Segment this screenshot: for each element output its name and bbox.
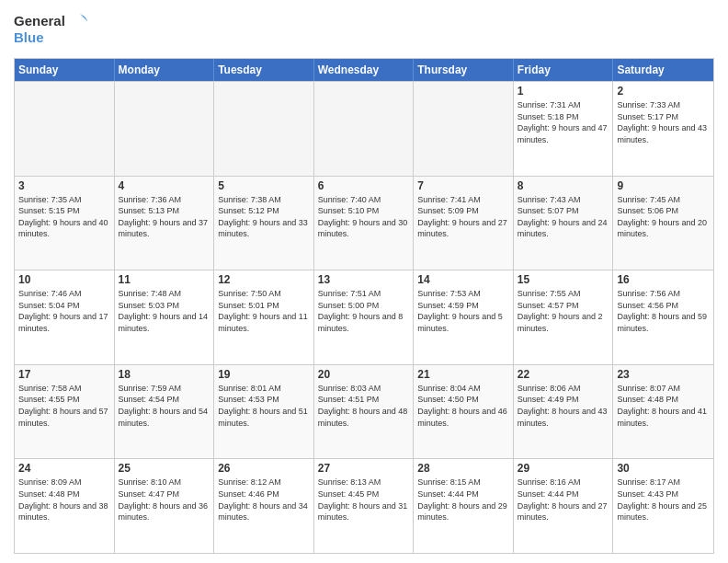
day-info: Sunrise: 8:09 AM Sunset: 4:48 PM Dayligh… bbox=[18, 477, 110, 523]
day-number: 23 bbox=[617, 368, 710, 381]
day-number: 10 bbox=[18, 273, 110, 286]
day-number: 4 bbox=[119, 179, 210, 192]
calendar-cell-1-0: 3Sunrise: 7:35 AM Sunset: 5:15 PM Daylig… bbox=[15, 177, 115, 270]
header-tuesday: Tuesday bbox=[214, 59, 314, 81]
calendar-cell-0-1 bbox=[115, 82, 215, 176]
day-number: 11 bbox=[119, 273, 210, 286]
calendar-cell-3-3: 20Sunrise: 8:03 AM Sunset: 4:51 PM Dayli… bbox=[314, 365, 415, 459]
day-info: Sunrise: 7:59 AM Sunset: 4:54 PM Dayligh… bbox=[119, 383, 210, 429]
calendar-cell-2-1: 11Sunrise: 7:48 AM Sunset: 5:03 PM Dayli… bbox=[115, 270, 215, 364]
calendar-cell-1-5: 8Sunrise: 7:43 AM Sunset: 5:07 PM Daylig… bbox=[514, 177, 614, 270]
day-number: 20 bbox=[318, 368, 410, 381]
day-info: Sunrise: 7:56 AM Sunset: 4:56 PM Dayligh… bbox=[617, 288, 710, 334]
day-info: Sunrise: 7:36 AM Sunset: 5:13 PM Dayligh… bbox=[119, 194, 210, 240]
day-info: Sunrise: 7:45 AM Sunset: 5:06 PM Dayligh… bbox=[617, 194, 710, 240]
calendar-header: SundayMondayTuesdayWednesdayThursdayFrid… bbox=[15, 59, 713, 81]
calendar-cell-4-2: 26Sunrise: 8:12 AM Sunset: 4:46 PM Dayli… bbox=[214, 459, 314, 553]
day-info: Sunrise: 7:31 AM Sunset: 5:18 PM Dayligh… bbox=[518, 99, 609, 145]
calendar-cell-2-3: 13Sunrise: 7:51 AM Sunset: 5:00 PM Dayli… bbox=[314, 270, 415, 364]
calendar-body: 1Sunrise: 7:31 AM Sunset: 5:18 PM Daylig… bbox=[15, 81, 713, 553]
calendar-cell-1-1: 4Sunrise: 7:36 AM Sunset: 5:13 PM Daylig… bbox=[115, 177, 215, 270]
calendar-row-4: 24Sunrise: 8:09 AM Sunset: 4:48 PM Dayli… bbox=[15, 458, 713, 553]
calendar-row-1: 3Sunrise: 7:35 AM Sunset: 5:15 PM Daylig… bbox=[15, 176, 713, 270]
day-number: 15 bbox=[518, 273, 609, 286]
day-number: 16 bbox=[617, 273, 710, 286]
day-number: 25 bbox=[119, 462, 210, 475]
calendar-cell-3-2: 19Sunrise: 8:01 AM Sunset: 4:53 PM Dayli… bbox=[214, 365, 314, 459]
day-number: 22 bbox=[518, 368, 609, 381]
calendar-cell-4-0: 24Sunrise: 8:09 AM Sunset: 4:48 PM Dayli… bbox=[15, 459, 115, 553]
day-info: Sunrise: 8:17 AM Sunset: 4:43 PM Dayligh… bbox=[617, 477, 710, 523]
day-number: 17 bbox=[18, 368, 110, 381]
header-saturday: Saturday bbox=[613, 59, 713, 81]
day-number: 9 bbox=[617, 179, 710, 192]
day-number: 7 bbox=[417, 179, 509, 192]
calendar-cell-1-3: 6Sunrise: 7:40 AM Sunset: 5:10 PM Daylig… bbox=[314, 177, 415, 270]
calendar-row-2: 10Sunrise: 7:46 AM Sunset: 5:04 PM Dayli… bbox=[15, 270, 713, 364]
day-info: Sunrise: 7:35 AM Sunset: 5:15 PM Dayligh… bbox=[18, 194, 110, 240]
day-info: Sunrise: 7:33 AM Sunset: 5:17 PM Dayligh… bbox=[617, 99, 710, 145]
calendar-cell-1-6: 9Sunrise: 7:45 AM Sunset: 5:06 PM Daylig… bbox=[613, 177, 713, 270]
day-info: Sunrise: 7:43 AM Sunset: 5:07 PM Dayligh… bbox=[518, 194, 609, 240]
calendar-cell-0-3 bbox=[314, 82, 415, 176]
calendar-cell-4-1: 25Sunrise: 8:10 AM Sunset: 4:47 PM Dayli… bbox=[115, 459, 215, 553]
calendar-row-3: 17Sunrise: 7:58 AM Sunset: 4:55 PM Dayli… bbox=[15, 364, 713, 459]
calendar-cell-3-6: 23Sunrise: 8:07 AM Sunset: 4:48 PM Dayli… bbox=[613, 365, 713, 459]
svg-text:Blue: Blue bbox=[14, 29, 44, 45]
calendar-cell-3-4: 21Sunrise: 8:04 AM Sunset: 4:50 PM Dayli… bbox=[414, 365, 514, 459]
calendar-cell-1-2: 5Sunrise: 7:38 AM Sunset: 5:12 PM Daylig… bbox=[214, 177, 314, 270]
day-info: Sunrise: 8:10 AM Sunset: 4:47 PM Dayligh… bbox=[119, 477, 210, 523]
day-info: Sunrise: 8:01 AM Sunset: 4:53 PM Dayligh… bbox=[218, 383, 310, 429]
logo-svg: General Blue bbox=[14, 9, 87, 51]
calendar-cell-2-2: 12Sunrise: 7:50 AM Sunset: 5:01 PM Dayli… bbox=[214, 270, 314, 364]
calendar-cell-4-5: 29Sunrise: 8:16 AM Sunset: 4:44 PM Dayli… bbox=[514, 459, 614, 553]
calendar-cell-0-0 bbox=[15, 82, 115, 176]
header-friday: Friday bbox=[514, 59, 614, 81]
day-info: Sunrise: 8:12 AM Sunset: 4:46 PM Dayligh… bbox=[218, 477, 310, 523]
day-info: Sunrise: 7:55 AM Sunset: 4:57 PM Dayligh… bbox=[518, 288, 609, 334]
day-info: Sunrise: 8:06 AM Sunset: 4:49 PM Dayligh… bbox=[518, 383, 609, 429]
calendar-cell-0-4 bbox=[414, 82, 514, 176]
page: General Blue SundayMondayTuesdayWednesda… bbox=[0, 0, 728, 563]
calendar-cell-0-2 bbox=[214, 82, 314, 176]
day-number: 5 bbox=[218, 179, 310, 192]
day-number: 29 bbox=[518, 462, 609, 475]
logo: General Blue bbox=[14, 9, 87, 51]
day-info: Sunrise: 7:51 AM Sunset: 5:00 PM Dayligh… bbox=[318, 288, 410, 334]
header-thursday: Thursday bbox=[414, 59, 514, 81]
svg-text:General: General bbox=[14, 13, 65, 29]
header: General Blue bbox=[14, 9, 714, 51]
day-number: 2 bbox=[617, 85, 710, 98]
day-info: Sunrise: 8:04 AM Sunset: 4:50 PM Dayligh… bbox=[417, 383, 509, 429]
day-info: Sunrise: 7:38 AM Sunset: 5:12 PM Dayligh… bbox=[218, 194, 310, 240]
day-info: Sunrise: 7:46 AM Sunset: 5:04 PM Dayligh… bbox=[18, 288, 110, 334]
day-number: 14 bbox=[417, 273, 509, 286]
header-sunday: Sunday bbox=[15, 59, 115, 81]
day-number: 8 bbox=[518, 179, 609, 192]
header-monday: Monday bbox=[115, 59, 215, 81]
day-number: 26 bbox=[218, 462, 310, 475]
day-info: Sunrise: 7:40 AM Sunset: 5:10 PM Dayligh… bbox=[318, 194, 410, 240]
day-number: 21 bbox=[417, 368, 509, 381]
calendar-cell-4-6: 30Sunrise: 8:17 AM Sunset: 4:43 PM Dayli… bbox=[613, 459, 713, 553]
day-number: 3 bbox=[18, 179, 110, 192]
calendar-cell-2-4: 14Sunrise: 7:53 AM Sunset: 4:59 PM Dayli… bbox=[414, 270, 514, 364]
day-info: Sunrise: 8:07 AM Sunset: 4:48 PM Dayligh… bbox=[617, 383, 710, 429]
calendar-row-0: 1Sunrise: 7:31 AM Sunset: 5:18 PM Daylig… bbox=[15, 81, 713, 176]
day-number: 30 bbox=[617, 462, 710, 475]
calendar-cell-0-6: 2Sunrise: 7:33 AM Sunset: 5:17 PM Daylig… bbox=[613, 82, 713, 176]
calendar-cell-3-5: 22Sunrise: 8:06 AM Sunset: 4:49 PM Dayli… bbox=[514, 365, 614, 459]
calendar-cell-1-4: 7Sunrise: 7:41 AM Sunset: 5:09 PM Daylig… bbox=[414, 177, 514, 270]
day-number: 24 bbox=[18, 462, 110, 475]
day-info: Sunrise: 8:15 AM Sunset: 4:44 PM Dayligh… bbox=[417, 477, 509, 523]
day-info: Sunrise: 8:16 AM Sunset: 4:44 PM Dayligh… bbox=[518, 477, 609, 523]
day-number: 19 bbox=[218, 368, 310, 381]
day-number: 12 bbox=[218, 273, 310, 286]
day-number: 18 bbox=[119, 368, 210, 381]
day-info: Sunrise: 7:41 AM Sunset: 5:09 PM Dayligh… bbox=[417, 194, 509, 240]
calendar-cell-3-1: 18Sunrise: 7:59 AM Sunset: 4:54 PM Dayli… bbox=[115, 365, 215, 459]
day-number: 13 bbox=[318, 273, 410, 286]
day-number: 27 bbox=[318, 462, 410, 475]
day-info: Sunrise: 8:13 AM Sunset: 4:45 PM Dayligh… bbox=[318, 477, 410, 523]
calendar-cell-3-0: 17Sunrise: 7:58 AM Sunset: 4:55 PM Dayli… bbox=[15, 365, 115, 459]
